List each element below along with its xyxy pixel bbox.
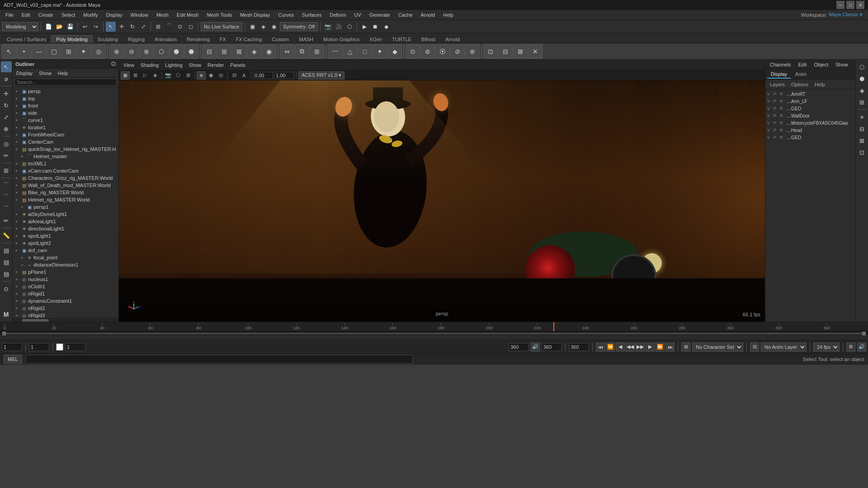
options-subtab[interactable]: Options [788,81,811,88]
render-btn-2[interactable]: ⊞ [131,71,140,80]
go-start-btn[interactable]: ⏮ [596,343,605,352]
visibility-toggle[interactable]: V [767,135,772,140]
fps-dropdown[interactable]: 24 fps 25 fps 30 fps [813,343,840,352]
outliner-item-dof_cam[interactable]: ●▣dof_cam [13,247,118,254]
outliner-item-aiSkyDome[interactable]: ●☀aiSkyDomeLight1 [13,211,118,218]
go-end-btn[interactable]: ⏭ [665,343,675,352]
shelf-icon-slide-edge[interactable]: ⊠ [232,44,246,59]
open-button[interactable]: 📂 [54,22,64,32]
camera-btn-2[interactable]: 🎥 [334,22,344,32]
timeline-playhead[interactable] [553,322,554,331]
outliner-item-Helmet[interactable]: ●▤Helmet_rig_MASTER:World [13,196,118,203]
shelf-tab-mash[interactable]: MASH [294,35,318,43]
menu-deform[interactable]: Deform [326,11,349,19]
shelf-tab-animation[interactable]: Animation [150,35,182,43]
menu-window[interactable]: Window [127,11,152,19]
right-icon-4[interactable]: ⊞ [857,97,868,108]
shelf-tab-fx-caching[interactable]: FX Caching [231,35,267,43]
redo-button[interactable]: ↪ [91,22,101,32]
render-toggle[interactable]: R [780,121,784,125]
end-frame-3[interactable] [569,343,589,351]
mode-dropdown[interactable]: Modeling Rigging Animation FX Rendering [2,22,38,31]
menu-modify[interactable]: Modify [80,11,101,19]
menu-select[interactable]: Select [58,11,79,19]
shelf-tab-xgen[interactable]: XGen [364,35,387,43]
shelf-icon-select[interactable]: ↖ [2,44,16,59]
render-icon-2[interactable]: ◈ [258,22,268,32]
symmetry-label[interactable]: Symmetry: Off [280,22,318,31]
shelf-icon-separate[interactable]: ⊖ [124,44,139,59]
close-button[interactable]: ✕ [856,1,864,9]
outliner-item-front[interactable]: ●▣front [13,102,118,109]
anim-layer-dropdown[interactable]: No Anim Layer [761,343,807,352]
render-btn-4[interactable]: ◈ [151,71,160,80]
play-toggle[interactable]: P [774,106,778,111]
play-toggle[interactable]: P [774,113,778,118]
play-back-btn[interactable]: ◀◀ [626,343,635,352]
viewport-menu-panels[interactable]: Panels [227,62,248,68]
range-handle-left[interactable] [2,332,6,335]
shelf-icon-soften[interactable]: ◎ [91,44,106,59]
display-layer-2[interactable]: ▤ [1,257,12,267]
camera-btn-3[interactable]: ⬡ [344,22,354,32]
display-layer-1[interactable]: ▤ [1,245,12,256]
volume-btn[interactable]: 🔊 [857,343,866,352]
shelf-tab-custom[interactable]: Custom [267,35,294,43]
range-handle-right[interactable] [862,332,866,335]
menu-file[interactable]: File [2,11,17,19]
shelf-tab-arnold[interactable]: Arnold [440,35,465,43]
aces-label[interactable]: ACES RRT v1.0 ▾ [298,71,344,80]
shade-btn-3[interactable]: ◎ [217,71,226,80]
render-toggle[interactable]: R [780,99,784,103]
shelf-icon-delete-vertex[interactable]: ⊛ [465,44,480,59]
outliner-item-nRigid3[interactable]: ●◎nRigid3 [13,312,118,318]
shelf-icon-delete-edge[interactable]: ⊘ [450,44,465,59]
outliner-item-quickSnap[interactable]: ●▤quickSnap_toc_Helmet_rig_MASTER:H [13,145,118,153]
paint-select-button[interactable]: ⌀ [1,73,12,84]
play-toggle[interactable]: P [774,121,778,125]
shelf-icon-cleanup[interactable]: ✦ [373,44,387,59]
shelf-icon-sculpt-2[interactable]: ⊟ [498,44,513,59]
right-icon-8[interactable]: ⊡ [857,147,868,158]
play-toggle[interactable]: P [774,135,778,140]
help-subtab[interactable]: Help [812,81,828,88]
snap-grid-button[interactable]: ⊞ [153,22,163,32]
anim-stop-btn[interactable]: ⏹ [370,22,380,32]
shelf-icon-sculpt-3[interactable]: ⊠ [513,44,528,59]
shelf-icon-boolean[interactable]: ⊗ [139,44,154,59]
visibility-toggle[interactable]: V [767,92,772,96]
render-toggle[interactable]: R [780,92,784,96]
end-frame-1[interactable] [509,343,529,351]
viewport-menu-shading[interactable]: Shading [138,62,161,68]
step-fwd-btn[interactable]: ⏩ [656,343,665,352]
channel-row[interactable]: VPR....GEO [765,105,855,112]
outliner-search-input[interactable] [14,79,117,86]
undo-button[interactable]: ↩ [80,22,90,32]
shelf-icon-offset-edge[interactable]: ⊞ [217,44,231,59]
camera-btn-vp-1[interactable]: 📷 [164,71,173,80]
outliner-menu-show[interactable]: Show [36,70,54,76]
outliner-item-locator1[interactable]: ●✛locator1 [13,124,118,131]
soft-mod-button[interactable]: ◎ [1,138,12,149]
channel-row[interactable]: VPR....GEO [765,134,855,141]
play-toggle[interactable]: P [774,128,778,132]
sculpt-button[interactable]: ✏ [1,150,12,161]
menu-display[interactable]: Display [103,11,126,19]
render-toggle[interactable]: R [780,113,784,118]
menu-create[interactable]: Create [35,11,57,19]
display-layer-3[interactable]: ▤ [1,268,12,279]
shelf-icon-multi[interactable]: ✦ [76,44,91,59]
visibility-toggle[interactable]: V [767,106,772,111]
outliner-item-pPlane1[interactable]: ●▤pPlane1 [13,268,118,276]
outliner-item-CenterCam[interactable]: ●▣CenterCam [13,138,118,145]
next-key-btn[interactable]: ▶ [646,343,655,352]
end-frame-2[interactable] [542,343,562,351]
outliner-item-spot2[interactable]: ●☀spotLight2 [13,239,118,247]
shelf-icon-merge[interactable]: ⊚ [420,44,435,59]
outliner-item-nRigid2[interactable]: ●◎nRigid2 [13,305,118,312]
toggle-sound-btn[interactable]: 🔊 [531,343,540,352]
camera-btn-vp-2[interactable]: ⬡ [174,71,183,80]
outliner-item-nucleus1[interactable]: ●◎nucleus1 [13,276,118,283]
menu-edit[interactable]: Edit [18,11,34,19]
right-icon-2[interactable]: ⬢ [857,73,868,84]
